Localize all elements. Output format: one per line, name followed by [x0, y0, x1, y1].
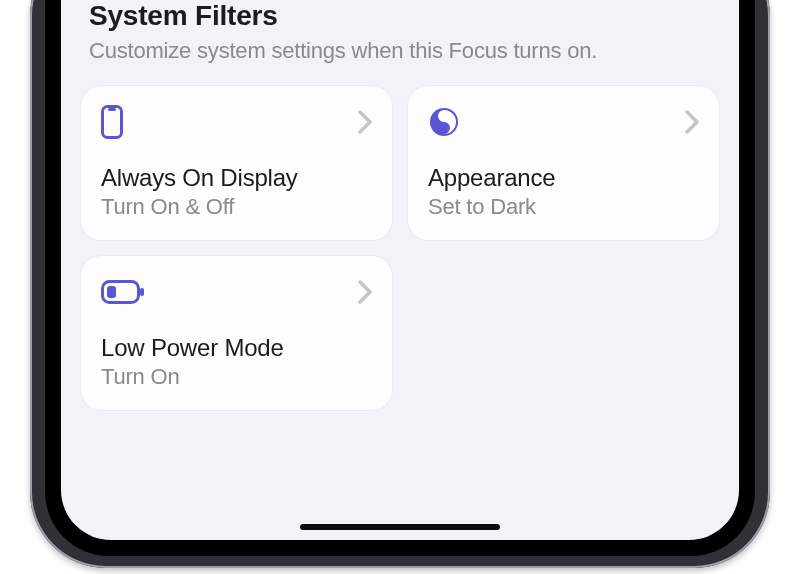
svg-rect-1 [108, 108, 116, 111]
photo-frame: System Filters Customize system settings… [0, 0, 800, 574]
filter-card-low-power-mode[interactable]: Low Power Mode Turn On [81, 256, 392, 410]
phone-icon [101, 105, 123, 139]
section-subtitle: Customize system settings when this Focu… [89, 36, 711, 66]
svg-rect-0 [103, 106, 122, 137]
filter-subtitle: Turn On & Off [101, 194, 372, 220]
filter-subtitle: Turn On [101, 364, 372, 390]
filter-card-always-on-display[interactable]: Always On Display Turn On & Off [81, 86, 392, 240]
settings-content: System Filters Customize system settings… [61, 0, 739, 410]
contrast-icon [428, 106, 460, 138]
filter-card-appearance[interactable]: Appearance Set to Dark [408, 86, 719, 240]
filter-title: Low Power Mode [101, 334, 372, 362]
filters-grid: Always On Display Turn On & Off [81, 86, 719, 410]
battery-icon [101, 280, 145, 304]
chevron-right-icon [358, 280, 372, 304]
card-header [428, 104, 699, 140]
chevron-right-icon [358, 110, 372, 134]
filter-title: Always On Display [101, 164, 372, 192]
home-indicator[interactable] [300, 524, 500, 530]
screen: System Filters Customize system settings… [61, 0, 739, 540]
card-header [101, 104, 372, 140]
section-title: System Filters [89, 0, 711, 32]
svg-rect-5 [140, 288, 144, 296]
chevron-right-icon [685, 110, 699, 134]
filter-title: Appearance [428, 164, 699, 192]
svg-rect-4 [107, 286, 116, 298]
card-header [101, 274, 372, 310]
empty-grid-cell [408, 256, 719, 410]
filter-subtitle: Set to Dark [428, 194, 699, 220]
